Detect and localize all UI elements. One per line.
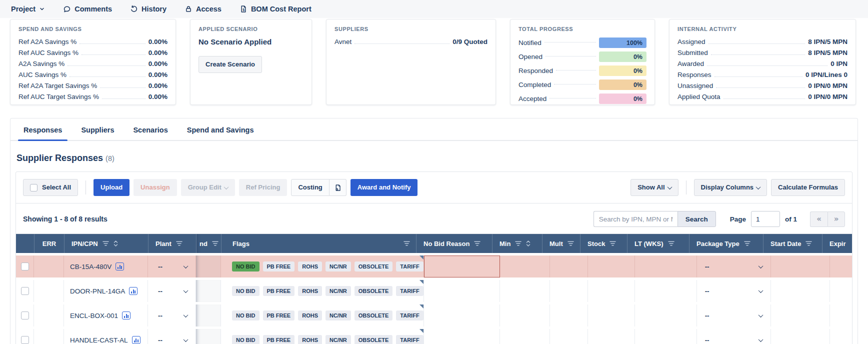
search-input[interactable] xyxy=(594,211,678,227)
package-type-select[interactable]: -- xyxy=(697,329,771,344)
previous-page-button[interactable]: « xyxy=(810,212,828,227)
flag-obsolete[interactable]: OBSOLETE xyxy=(354,335,393,344)
header-plant[interactable]: Plant xyxy=(148,234,196,253)
flag-obsolete[interactable]: OBSOLETE xyxy=(354,262,393,272)
group-edit-button[interactable]: Group Edit xyxy=(181,179,235,196)
unassign-button[interactable]: Unassign xyxy=(134,179,177,196)
nav-item-history[interactable]: History xyxy=(130,5,166,13)
flag-obsolete[interactable]: OBSOLETE xyxy=(354,310,393,320)
filter-icon[interactable] xyxy=(668,241,674,246)
flag-no-bid[interactable]: NO BID xyxy=(232,310,260,320)
flag-tariff[interactable]: TARIFF xyxy=(396,310,423,320)
create-scenario-button[interactable]: Create Scenario xyxy=(198,56,262,73)
flag-obsolete[interactable]: OBSOLETE xyxy=(354,286,393,296)
row-checkbox[interactable] xyxy=(21,262,29,270)
min-cell[interactable] xyxy=(500,256,550,278)
upload-button[interactable]: Upload xyxy=(94,179,130,196)
nav-item-comments[interactable]: Comments xyxy=(63,5,112,13)
costing-report-icon-button[interactable] xyxy=(330,179,346,196)
min-cell[interactable] xyxy=(500,329,550,344)
start-date-cell[interactable] xyxy=(771,280,830,302)
expiration-cell[interactable] xyxy=(830,304,852,326)
flag-nc-nr[interactable]: NC/NR xyxy=(326,262,351,272)
price-history-icon[interactable] xyxy=(129,287,138,295)
min-cell[interactable] xyxy=(500,304,550,326)
flag-pb-free[interactable]: PB FREE xyxy=(263,286,295,296)
stock-cell[interactable] xyxy=(588,256,635,278)
price-history-icon[interactable] xyxy=(132,336,140,344)
flag-pb-free[interactable]: PB FREE xyxy=(263,262,295,272)
filter-icon[interactable] xyxy=(212,241,218,246)
filter-icon[interactable] xyxy=(176,241,182,246)
min-cell[interactable] xyxy=(500,280,550,302)
flag-tariff[interactable]: TARIFF xyxy=(396,335,423,344)
flag-no-bid[interactable]: NO BID xyxy=(232,286,260,296)
tab-suppliers[interactable]: Suppliers xyxy=(74,118,121,140)
package-type-select[interactable]: -- xyxy=(697,304,771,326)
no-bid-reason-cell[interactable] xyxy=(424,304,500,326)
mult-cell[interactable] xyxy=(550,304,588,326)
expiration-cell[interactable] xyxy=(830,329,852,344)
mult-cell[interactable] xyxy=(550,329,588,344)
filter-icon[interactable] xyxy=(474,241,480,246)
filter-icon[interactable] xyxy=(515,241,522,246)
flag-pb-free[interactable]: PB FREE xyxy=(263,310,295,320)
price-history-icon[interactable] xyxy=(122,312,130,320)
header-expiration-truncated[interactable]: Expir xyxy=(822,234,852,253)
header-no-bid-reason[interactable]: No Bid Reason xyxy=(416,234,492,253)
sort-icon[interactable] xyxy=(526,240,530,247)
ref-pricing-button[interactable]: Ref Pricing xyxy=(239,179,288,196)
project-menu[interactable]: Project xyxy=(11,5,45,13)
plant-select[interactable]: -- xyxy=(148,280,196,302)
tab-spend-and-savings[interactable]: Spend and Savings xyxy=(180,118,261,140)
mult-cell[interactable] xyxy=(550,256,588,278)
select-all-checkbox[interactable] xyxy=(30,184,38,192)
flag-rohs[interactable]: ROHS xyxy=(298,262,322,272)
lt-wks-cell[interactable] xyxy=(635,256,697,278)
ipn-link[interactable]: ENCL-BOX-001 xyxy=(70,312,118,320)
header-package-type[interactable]: Package Type xyxy=(689,234,763,253)
filter-icon[interactable] xyxy=(568,241,574,246)
header-min[interactable]: Min xyxy=(492,234,542,253)
mult-cell[interactable] xyxy=(550,280,588,302)
stock-cell[interactable] xyxy=(588,280,635,302)
flag-rohs[interactable]: ROHS xyxy=(298,335,322,344)
expiration-cell[interactable] xyxy=(830,256,852,278)
flag-nc-nr[interactable]: NC/NR xyxy=(326,310,351,320)
start-date-cell[interactable] xyxy=(771,304,830,326)
header-ipn-cpn[interactable]: IPN/CPN xyxy=(64,234,148,253)
select-all-button[interactable]: Select All xyxy=(23,179,78,196)
ipn-link[interactable]: DOOR-PNL-14GA xyxy=(70,288,125,295)
header-stock[interactable]: Stock xyxy=(580,234,627,253)
calculate-formulas-button[interactable]: Calculate Formulas xyxy=(771,179,845,196)
costing-button[interactable]: Costing xyxy=(291,179,329,196)
header-lt-wks[interactable]: LT (WKS) xyxy=(627,234,689,253)
flag-pb-free[interactable]: PB FREE xyxy=(263,335,295,344)
lt-wks-cell[interactable] xyxy=(635,304,697,326)
page-number-input[interactable] xyxy=(751,211,780,227)
header-start-date[interactable]: Start Date xyxy=(763,234,822,253)
tab-scenarios[interactable]: Scenarios xyxy=(126,118,174,140)
filter-icon[interactable] xyxy=(806,241,812,246)
filter-icon[interactable] xyxy=(610,241,616,246)
lt-wks-cell[interactable] xyxy=(635,280,697,302)
nav-item-access[interactable]: Access xyxy=(184,5,222,13)
row-checkbox[interactable] xyxy=(21,336,29,344)
flag-no-bid[interactable]: NO BID xyxy=(232,335,260,344)
plant-select[interactable]: -- xyxy=(148,256,196,278)
stock-cell[interactable] xyxy=(588,304,635,326)
filter-icon[interactable] xyxy=(102,241,109,246)
package-type-select[interactable]: -- xyxy=(697,280,771,302)
sort-icon[interactable] xyxy=(114,240,118,247)
ipn-link[interactable]: CB-15A-480V xyxy=(70,263,112,270)
show-all-dropdown[interactable]: Show All xyxy=(630,179,678,196)
display-columns-dropdown[interactable]: Display Columns xyxy=(694,179,767,196)
row-checkbox[interactable] xyxy=(21,287,29,295)
filter-icon[interactable] xyxy=(744,241,750,246)
flag-nc-nr[interactable]: NC/NR xyxy=(326,335,351,344)
header-nd-truncated[interactable]: nd xyxy=(196,234,221,253)
no-bid-reason-cell[interactable] xyxy=(424,329,500,344)
lt-wks-cell[interactable] xyxy=(635,329,697,344)
start-date-cell[interactable] xyxy=(771,256,830,278)
plant-select[interactable]: -- xyxy=(148,329,196,344)
